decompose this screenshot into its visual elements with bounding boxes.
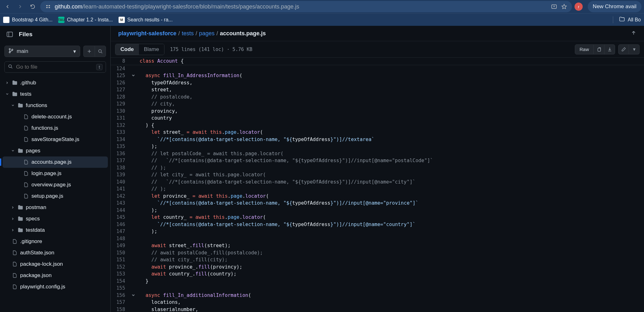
tree-file[interactable]: accounts.page.js [3, 156, 108, 168]
line-number[interactable]: 137 [111, 157, 130, 164]
tree-file[interactable]: delete-account.js [3, 111, 108, 122]
line-number[interactable]: 126 [111, 79, 130, 87]
line-number[interactable]: 149 [111, 242, 130, 249]
bookmark-star-icon[interactable] [561, 3, 568, 10]
line-number[interactable]: 156 [111, 292, 130, 299]
scroll-top-icon[interactable] [631, 30, 636, 37]
branch-selector[interactable]: main ▾ [4, 46, 80, 57]
code-line: 137 // `//*[contains(@data-target-select… [111, 157, 644, 164]
fold-toggle [130, 278, 137, 285]
line-number[interactable]: 131 [111, 115, 130, 122]
breadcrumb-repo[interactable]: playwright-salesforce [118, 30, 176, 37]
line-number[interactable]: 132 [111, 122, 130, 129]
back-button[interactable] [3, 2, 13, 12]
code-content: // city, [137, 100, 175, 108]
line-number[interactable]: 147 [111, 228, 130, 235]
code-line: 146 `//*[contains(@data-target-selection… [111, 221, 644, 228]
more-actions-icon[interactable]: ▾ [629, 44, 640, 54]
install-app-icon[interactable] [551, 3, 558, 10]
tree-folder[interactable]: specs [3, 213, 108, 224]
url-bar[interactable]: github.com/learn-automated-testing/playw… [40, 1, 572, 12]
new-chrome-button[interactable]: New Chrome avail [588, 1, 641, 12]
code-content: // ); [137, 185, 166, 193]
tree-file[interactable]: package.json [3, 270, 108, 281]
fold-toggle[interactable] [130, 292, 137, 299]
bookmark-item[interactable]: TAUChapter 1.2 - Insta... [58, 17, 113, 23]
line-number[interactable]: 125 [111, 72, 130, 79]
tree-file[interactable]: functions.js [3, 122, 108, 134]
line-number[interactable]: 144 [111, 207, 130, 214]
line-number[interactable]: 143 [111, 200, 130, 207]
tree-file[interactable]: saveStorageState.js [3, 134, 108, 145]
line-number[interactable]: 157 [111, 299, 130, 306]
tree-file[interactable]: playwright.config.js [3, 281, 108, 292]
tree-folder[interactable]: .github [3, 77, 108, 88]
edit-icon[interactable] [618, 44, 629, 54]
tree-file[interactable]: .gitignore [3, 236, 108, 247]
line-number[interactable]: 127 [111, 86, 130, 94]
breadcrumb-tests[interactable]: tests [182, 30, 194, 37]
download-icon[interactable] [604, 44, 615, 54]
forward-button[interactable] [15, 2, 25, 12]
file-search-input[interactable] [16, 64, 93, 70]
fold-toggle [130, 79, 137, 87]
profile-avatar[interactable]: r [575, 3, 583, 11]
line-number[interactable]: 142 [111, 193, 130, 200]
tree-file[interactable]: overview.page.js [3, 179, 108, 190]
tree-folder[interactable]: pages [3, 145, 108, 156]
bookmark-item[interactable]: Bootstrap 4 Gith... [3, 17, 53, 23]
line-number[interactable]: 152 [111, 264, 130, 271]
fold-toggle [130, 122, 137, 129]
line-number[interactable]: 138 [111, 164, 130, 172]
all-bookmarks-button[interactable]: All Bo [619, 16, 641, 24]
line-number[interactable]: 150 [111, 249, 130, 257]
fold-toggle [130, 249, 137, 257]
tree-folder[interactable]: tests [3, 88, 108, 100]
file-search[interactable]: t [4, 61, 106, 73]
tree-file[interactable]: login.page.js [3, 168, 108, 179]
code-content: await street_.fill(street); [137, 242, 230, 249]
fold-toggle[interactable] [130, 72, 137, 79]
line-number[interactable]: 134 [111, 136, 130, 143]
line-number[interactable]: 130 [111, 108, 130, 115]
line-number[interactable]: 128 [111, 94, 130, 101]
line-number[interactable]: 140 [111, 179, 130, 186]
line-number[interactable]: 153 [111, 270, 130, 278]
panel-toggle-icon[interactable] [5, 30, 14, 39]
search-kbd: t [96, 64, 103, 70]
line-number[interactable]: 139 [111, 171, 130, 179]
code-content: let country_ = await this.page.locator( [137, 214, 266, 221]
tree-folder[interactable]: postman [3, 202, 108, 213]
bookmark-item[interactable]: MSearch results - ra... [119, 17, 173, 23]
line-number[interactable]: 129 [111, 100, 130, 108]
code-view[interactable]: 8 class Account { 124125 async fill_In_A… [111, 58, 644, 312]
line-number[interactable]: 133 [111, 129, 130, 136]
line-number[interactable]: 136 [111, 150, 130, 157]
raw-button[interactable]: Raw [575, 44, 594, 54]
line-number[interactable]: 124 [111, 65, 130, 72]
line-number[interactable]: 135 [111, 143, 130, 150]
line-number[interactable]: 8 [111, 58, 130, 65]
add-file-button[interactable] [83, 46, 95, 57]
tab-blame[interactable]: Blame [139, 44, 164, 55]
line-number[interactable]: 151 [111, 256, 130, 264]
line-number[interactable]: 155 [111, 285, 130, 292]
line-number[interactable]: 158 [111, 306, 130, 312]
breadcrumb-pages[interactable]: pages [199, 30, 214, 37]
site-info-icon[interactable] [45, 3, 52, 10]
tree-file[interactable]: package-lock.json [3, 258, 108, 270]
tree-file[interactable]: authState.json [3, 247, 108, 258]
line-number[interactable]: 146 [111, 221, 130, 228]
line-number[interactable]: 154 [111, 278, 130, 285]
tree-file[interactable]: setup.page.js [3, 190, 108, 202]
copy-icon[interactable] [594, 44, 604, 54]
search-files-button[interactable] [95, 46, 106, 57]
tree-folder[interactable]: testdata [3, 224, 108, 236]
reload-button[interactable] [28, 2, 38, 12]
line-number[interactable]: 145 [111, 214, 130, 221]
tree-folder[interactable]: functions [3, 100, 108, 111]
line-number[interactable]: 148 [111, 235, 130, 242]
tab-code[interactable]: Code [115, 44, 139, 55]
line-number[interactable]: 141 [111, 185, 130, 193]
code-line: 136 // let postalCode_ = await this.page… [111, 150, 644, 157]
